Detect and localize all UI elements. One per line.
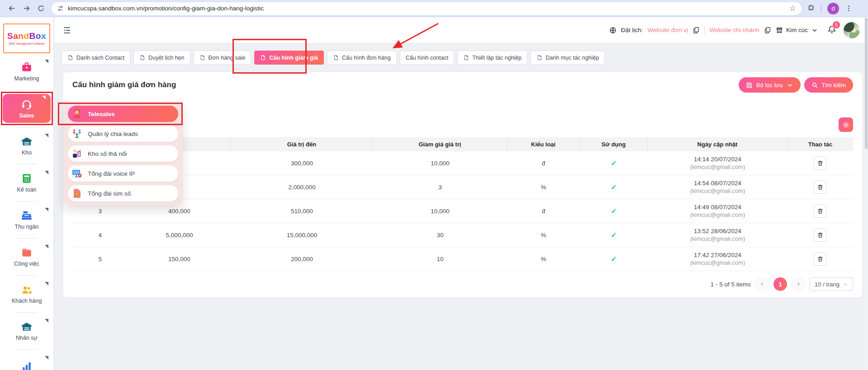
back-icon[interactable] [5, 2, 18, 15]
submenu-item-quan-ly-chia-leads[interactable]: Quản lý chia leads [68, 126, 178, 142]
sidebar-item-thu-ngan[interactable]: Thu ngân [0, 206, 53, 233]
stt-cell: 3 [72, 208, 128, 215]
sidebar-item-kho[interactable]: Kho [0, 132, 53, 159]
headset-icon [21, 98, 33, 110]
corner-caret-icon [45, 171, 48, 174]
discount-cell: 10,000 [373, 160, 507, 167]
sidebar-item-label: Kế toán [17, 187, 36, 193]
monitor-pin-icon [71, 168, 82, 179]
file-icon [333, 55, 339, 61]
telesales-icon [71, 108, 82, 119]
notifications-button[interactable]: 5 [827, 25, 836, 35]
page-size-select[interactable]: 10 / trang [810, 277, 853, 291]
sidebar-item-cong-viec[interactable]: Công việc [0, 243, 53, 270]
address-bar[interactable]: kimcucspa.sandbox.com.vn/promotion/confi… [52, 2, 802, 15]
column-header-gia-tri-en: Giá trị đến [231, 137, 373, 151]
sales-submenu-popup: TelesalesQuản lý chia leadsKho số thả nổ… [63, 103, 183, 205]
browser-profile-avatar[interactable]: d [827, 3, 839, 14]
page-size-value: 10 / trang [815, 281, 840, 288]
pagination: 1 - 5 of 5 items 1 10 / trang [63, 271, 862, 297]
tab-duyet-lich-hen[interactable]: Duyệt lịch hẹn [133, 51, 190, 65]
divider [0, 85, 53, 95]
divider [0, 270, 53, 280]
updated-cell: 14:14 20/07/2024(kimcuc@gmail.com) [648, 156, 787, 170]
org-people-icon [71, 128, 82, 139]
page-scrollbar[interactable] [864, 17, 868, 370]
forward-icon[interactable] [20, 2, 33, 15]
tab-danh-sach-contact[interactable]: Danh sách Contact [62, 51, 130, 65]
bookmark-star-icon[interactable]: ☆ [789, 5, 796, 12]
delete-button[interactable] [813, 156, 827, 170]
tab-label: Danh sách Contact [76, 55, 124, 61]
search-button[interactable]: Tìm kiếm [804, 77, 853, 93]
warehouse-icon [21, 321, 33, 333]
prev-page-button[interactable] [755, 277, 769, 291]
updated-by: (kimcuc@gmail.com) [690, 164, 745, 170]
logo-text: SandBox [7, 32, 46, 40]
column-header-su-dung: Sử dụng [580, 137, 648, 151]
corner-caret-icon [45, 319, 48, 323]
chevron-down-icon [843, 282, 848, 287]
delete-button[interactable] [813, 180, 827, 194]
next-page-button[interactable] [792, 277, 805, 291]
delete-button[interactable] [813, 228, 827, 242]
delete-button[interactable] [813, 204, 827, 218]
sidebar-item-bar-chart-icon[interactable] [0, 354, 53, 370]
saved-filter-button[interactable]: Bộ lọc lưu [739, 77, 801, 93]
chrome-controls: d [807, 3, 853, 14]
divider [704, 26, 705, 34]
browser-menu-icon[interactable] [845, 5, 853, 12]
actions-cell [787, 252, 853, 266]
updated-cell: 17:42 27/06/2024(kimcuc@gmail.com) [648, 252, 787, 266]
tab-on-hang-sale[interactable]: Đơn hàng sale [194, 51, 251, 65]
table-row: 3400,000510,00010,000đ✓14:49 08/07/2024(… [72, 199, 853, 223]
divider [0, 307, 53, 317]
extensions-icon[interactable] [807, 5, 815, 12]
updated-cell: 13:52 28/06/2024(kimcuc@gmail.com) [648, 228, 787, 242]
website-branch-link[interactable]: Website chi nhánh [709, 27, 759, 33]
corner-caret-icon [45, 282, 48, 286]
submenu-item-tong-ai-sim-so[interactable]: Tổng đài sim số [68, 185, 178, 201]
reload-icon[interactable] [34, 2, 47, 15]
sidebar-item-label: Thu ngân [15, 224, 39, 230]
tab-danh-muc-tac-nghiep[interactable]: Danh mục tác nghiệp [531, 51, 605, 65]
submenu-item-telesales[interactable]: Telesales [68, 106, 178, 122]
sidebar-item-nhan-su[interactable]: Nhân sự [0, 317, 53, 344]
site-settings-icon[interactable] [57, 5, 64, 12]
scrollbar-thumb[interactable] [865, 18, 868, 149]
website-unit-link[interactable]: Website đơn vị [648, 27, 688, 33]
clipboard-person-icon [71, 148, 82, 159]
value-to-cell: 15,000,000 [231, 232, 373, 239]
booking-label: Đặt lịch: [621, 27, 643, 33]
sidebar-item-ke-toan[interactable]: Kế toán [0, 169, 53, 196]
delete-button[interactable] [813, 252, 827, 266]
column-settings-button[interactable] [839, 117, 853, 132]
updated-by: (kimcuc@gmail.com) [690, 259, 745, 266]
divider [0, 196, 53, 206]
sidebar-item-khach-hang[interactable]: Khách hàng [0, 280, 53, 307]
divider [0, 233, 53, 243]
branch-selector[interactable]: Kim cúc [776, 27, 818, 34]
tab-cau-hinh-contact[interactable]: Cấu hình contact [400, 51, 455, 65]
stt-cell: 4 [72, 232, 128, 239]
briefcase-icon [21, 61, 33, 73]
submenu-item-kho-so-tha-noi[interactable]: Kho số thả nổi [68, 145, 178, 162]
copy-icon[interactable] [764, 27, 771, 34]
sidebar-item-label: Sales [19, 112, 34, 119]
sidebar-item-marketing[interactable]: Marketing [0, 58, 53, 85]
submenu-item-tong-ai-voice-ip[interactable]: Tổng đài voice IP [68, 165, 178, 182]
table-row: 300,00010,000đ✓14:14 20/07/2024(kimcuc@g… [72, 151, 853, 175]
user-avatar[interactable] [844, 22, 860, 38]
sidebar-item-sales[interactable]: Sales [3, 94, 51, 123]
page-1-button[interactable]: 1 [773, 277, 787, 291]
tab-cau-hinh-on-hang[interactable]: Cấu hình đơn hàng [327, 51, 397, 65]
tab-thiet-lap-tac-nghiep[interactable]: Thiết lập tác nghiệp [457, 51, 527, 65]
table-toolbar [63, 98, 862, 137]
type-cell: % [507, 232, 580, 239]
copy-icon[interactable] [693, 27, 700, 34]
url-text[interactable]: kimcucspa.sandbox.com.vn/promotion/confi… [68, 5, 789, 12]
tab-cau-hinh-giam-gia[interactable]: Cấu hình giảm giá [254, 51, 324, 65]
menu-fold-icon[interactable] [62, 26, 71, 35]
browser-toolbar: kimcucspa.sandbox.com.vn/promotion/confi… [0, 0, 868, 17]
app-logo[interactable]: SandBox SME management software [3, 23, 50, 53]
